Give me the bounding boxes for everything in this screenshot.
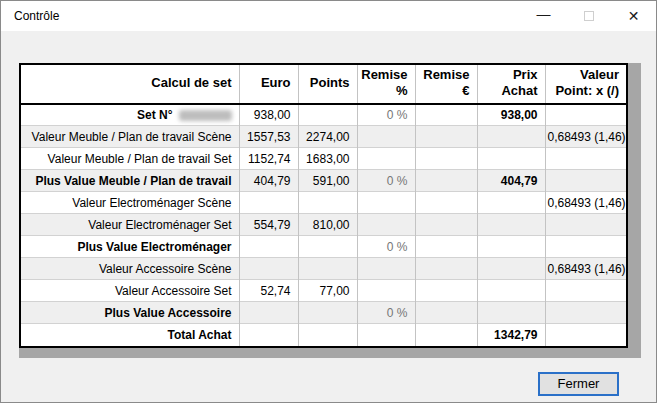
cell-remise_pct: 0 %: [357, 302, 415, 324]
cell-label: Valeur Meuble / Plan de travail Set: [21, 148, 239, 170]
col-header-euro: Euro: [239, 65, 298, 104]
close-icon: ✕: [628, 9, 640, 23]
cell-euro: 404,79: [239, 170, 298, 192]
row-label: Valeur Accessoire Set: [115, 284, 232, 298]
cell-points: [298, 258, 357, 280]
row-label: Valeur Electroménager Scène: [72, 196, 231, 210]
cell-euro: [239, 302, 298, 324]
row-label: Valeur Accessoire Scène: [99, 262, 232, 276]
cell-prix_achat: [477, 258, 545, 280]
cell-remise_pct: [357, 192, 415, 214]
cell-valeur_point: [545, 104, 626, 126]
grid-shadow: Calcul de set Euro Points Remise % Remis…: [19, 63, 641, 358]
cell-remise_pct: 0 %: [357, 236, 415, 258]
table-row: Valeur Meuble / Plan de travail Set1152,…: [21, 148, 626, 170]
table-row: Valeur Accessoire Scène0,68493 (1,46): [21, 258, 626, 280]
col-header-calcul: Calcul de set: [21, 65, 239, 104]
table-row: Valeur Electroménager Scène0,68493 (1,46…: [21, 192, 626, 214]
cell-valeur_point: [545, 236, 626, 258]
table-row: Set N°938,000 %938,00: [21, 104, 626, 126]
cell-remise_eur: [415, 126, 477, 148]
fermer-button[interactable]: Fermer: [538, 372, 619, 396]
cell-label: Total Achat: [21, 324, 239, 346]
cell-remise_pct: [357, 258, 415, 280]
cell-remise_eur: [415, 236, 477, 258]
row-label: Valeur Meuble / Plan de travail Set: [48, 152, 232, 166]
cell-label: Valeur Electroménager Scène: [21, 192, 239, 214]
cell-points: 810,00: [298, 214, 357, 236]
cell-prix_achat: [477, 214, 545, 236]
cell-valeur_point: [545, 170, 626, 192]
cell-valeur_point: [545, 214, 626, 236]
calculation-table: Calcul de set Euro Points Remise % Remis…: [21, 65, 626, 346]
cell-points: [298, 324, 357, 346]
col-header-remise-pct: Remise %: [357, 65, 415, 104]
cell-prix_achat: [477, 148, 545, 170]
col-header-prix-achat: Prix Achat: [477, 65, 545, 104]
table-row: Total Achat1342,79: [21, 324, 626, 346]
cell-remise_pct: 0 %: [357, 170, 415, 192]
table-row: Valeur Electroménager Set554,79810,00: [21, 214, 626, 236]
col-header-remise-eur: Remise €: [415, 65, 477, 104]
cell-valeur_point: 0,68493 (1,46): [545, 126, 626, 148]
cell-prix_achat: 404,79: [477, 170, 545, 192]
cell-label: Plus Value Meuble / Plan de travail: [21, 170, 239, 192]
col-header-points: Points: [298, 65, 357, 104]
grid-body: Set N°938,000 %938,00Valeur Meuble / Pla…: [21, 104, 626, 346]
cell-prix_achat: [477, 302, 545, 324]
cell-points: [298, 302, 357, 324]
redacted-set-number: [179, 110, 232, 121]
cell-label: Valeur Meuble / Plan de travail Scène: [21, 126, 239, 148]
cell-prix_achat: 1342,79: [477, 324, 545, 346]
cell-label: Set N°: [21, 104, 239, 126]
cell-remise_eur: [415, 170, 477, 192]
cell-remise_eur: [415, 192, 477, 214]
row-label: Total Achat: [167, 328, 231, 342]
cell-prix_achat: [477, 280, 545, 302]
cell-points: 77,00: [298, 280, 357, 302]
cell-remise_pct: [357, 324, 415, 346]
cell-points: [298, 192, 357, 214]
close-button-titlebar[interactable]: ✕: [611, 2, 656, 31]
cell-remise_eur: [415, 258, 477, 280]
cell-remise_eur: [415, 302, 477, 324]
row-label: Valeur Electroménager Set: [88, 218, 231, 232]
cell-valeur_point: [545, 302, 626, 324]
cell-euro: 1152,74: [239, 148, 298, 170]
cell-remise_eur: [415, 148, 477, 170]
row-label: Plus Value Accessoire: [105, 306, 232, 320]
cell-euro: [239, 236, 298, 258]
row-label: Valeur Meuble / Plan de travail Scène: [32, 130, 232, 144]
cell-points: [298, 236, 357, 258]
cell-remise_eur: [415, 214, 477, 236]
table-row: Valeur Meuble / Plan de travail Scène155…: [21, 126, 626, 148]
cell-euro: [239, 324, 298, 346]
cell-prix_achat: [477, 236, 545, 258]
cell-euro: 1557,53: [239, 126, 298, 148]
cell-label: Valeur Electroménager Set: [21, 214, 239, 236]
dialog-window: Contrôle — ✕ Calcul de set Euro: [0, 0, 657, 403]
cell-remise_pct: 0 %: [357, 104, 415, 126]
cell-label: Plus Value Electroménager: [21, 236, 239, 258]
table-row: Plus Value Meuble / Plan de travail404,7…: [21, 170, 626, 192]
calculation-grid: Calcul de set Euro Points Remise % Remis…: [19, 63, 628, 348]
cell-valeur_point: [545, 148, 626, 170]
table-row: Plus Value Accessoire0 %: [21, 302, 626, 324]
cell-label: Valeur Accessoire Set: [21, 280, 239, 302]
cell-remise_eur: [415, 104, 477, 126]
cell-valeur_point: 0,68493 (1,46): [545, 192, 626, 214]
cell-remise_pct: [357, 126, 415, 148]
cell-points: 591,00: [298, 170, 357, 192]
cell-euro: 938,00: [239, 104, 298, 126]
col-header-valeur-point: Valeur Point: x (/): [545, 65, 626, 104]
cell-remise_pct: [357, 280, 415, 302]
table-row: Valeur Accessoire Set52,7477,00: [21, 280, 626, 302]
minimize-button[interactable]: —: [521, 2, 566, 31]
cell-label: Plus Value Accessoire: [21, 302, 239, 324]
row-label: Set N°: [137, 108, 172, 122]
header-row: Calcul de set Euro Points Remise % Remis…: [21, 65, 626, 104]
maximize-icon: [584, 11, 594, 21]
window-title: Contrôle: [1, 9, 521, 23]
maximize-button: [566, 2, 611, 31]
cell-prix_achat: [477, 192, 545, 214]
